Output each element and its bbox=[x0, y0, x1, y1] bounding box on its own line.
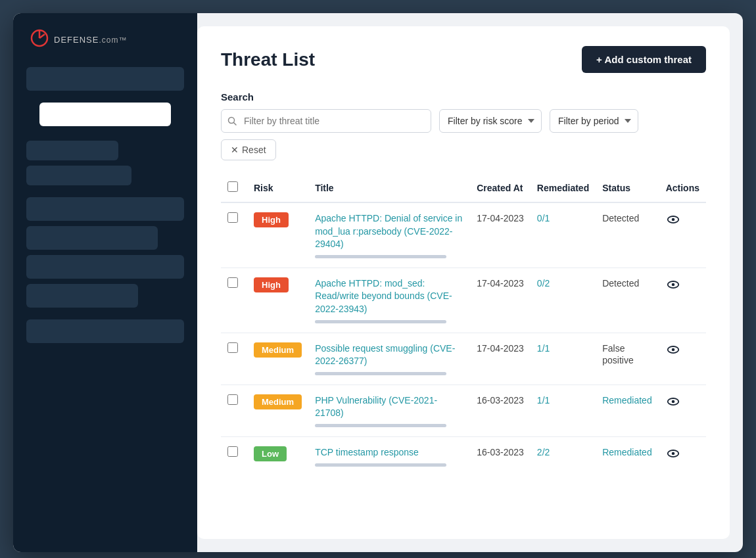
filter-risk-score-select[interactable]: Filter by risk score bbox=[439, 109, 542, 133]
logo-text: DEFENSE.com™ bbox=[54, 30, 127, 47]
view-button-1[interactable] bbox=[666, 277, 680, 292]
col-risk: Risk bbox=[247, 174, 308, 202]
search-filters: Filter by risk score Filter by period bbox=[221, 109, 706, 133]
view-button-0[interactable] bbox=[666, 212, 680, 227]
search-icon bbox=[227, 116, 237, 126]
search-input-wrap bbox=[221, 109, 431, 133]
add-custom-threat-button[interactable]: + Add custom threat bbox=[582, 46, 706, 73]
threat-bar-4 bbox=[315, 463, 446, 467]
row-date-0: 17-04-2023 bbox=[470, 202, 531, 267]
remediated-link-0[interactable]: 0/1 bbox=[537, 213, 550, 223]
row-checkbox-3[interactable] bbox=[227, 394, 238, 405]
table-body: High Apache HTTPD: Denial of service in … bbox=[221, 202, 706, 476]
row-actions-4 bbox=[659, 436, 706, 475]
row-title-4: TCP timestamp response bbox=[308, 436, 470, 475]
row-checkbox-2[interactable] bbox=[227, 342, 238, 353]
remediated-link-4[interactable]: 2/2 bbox=[537, 447, 550, 457]
sidebar-item-7[interactable] bbox=[26, 284, 138, 308]
view-button-4[interactable] bbox=[666, 446, 680, 461]
row-date-2: 17-04-2023 bbox=[470, 333, 531, 384]
row-remediated-4: 2/2 bbox=[531, 436, 596, 475]
main-content: Threat List + Add custom threat Search F… bbox=[197, 26, 730, 539]
table-header: Risk Title Created At Remediated Status … bbox=[221, 174, 706, 202]
date-text-2: 17-04-2023 bbox=[477, 343, 524, 354]
row-actions-3 bbox=[659, 384, 706, 436]
row-checkbox-cell bbox=[221, 202, 247, 267]
remediated-link-2[interactable]: 1/1 bbox=[537, 343, 550, 354]
eye-icon-1 bbox=[666, 277, 680, 292]
date-text-4: 16-03-2023 bbox=[477, 447, 524, 457]
sidebar-search-input[interactable] bbox=[39, 103, 171, 126]
table-row: Medium PHP Vulnerability (CVE-2021-21708… bbox=[221, 384, 706, 436]
row-actions-0 bbox=[659, 202, 706, 267]
select-all-checkbox[interactable] bbox=[227, 181, 238, 192]
sidebar-item-5[interactable] bbox=[26, 226, 158, 250]
row-remediated-0: 0/1 bbox=[531, 202, 596, 267]
sidebar-item-1[interactable] bbox=[26, 67, 184, 91]
table-row: High Apache HTTPD: mod_sed: Read/write b… bbox=[221, 267, 706, 333]
sidebar-navigation bbox=[13, 67, 197, 343]
row-actions-1 bbox=[659, 267, 706, 333]
row-checkbox-1[interactable] bbox=[227, 277, 238, 288]
risk-badge-0: High bbox=[254, 212, 289, 227]
risk-badge-3: Medium bbox=[254, 394, 302, 409]
row-risk-1: High bbox=[247, 267, 308, 333]
row-checkbox-0[interactable] bbox=[227, 212, 238, 223]
view-button-3[interactable] bbox=[666, 394, 680, 409]
threat-bar-0 bbox=[315, 255, 446, 258]
threat-title-link-1[interactable]: Apache HTTPD: mod_sed: Read/write beyond… bbox=[315, 277, 463, 316]
row-checkbox-4[interactable] bbox=[227, 446, 238, 457]
col-actions: Actions bbox=[659, 174, 706, 202]
row-status-3: Remediated bbox=[596, 384, 659, 436]
threat-title-link-2[interactable]: Possible request smuggling (CVE-2022-263… bbox=[315, 342, 463, 368]
search-label: Search bbox=[221, 91, 706, 103]
status-text-2: False positive bbox=[602, 343, 633, 365]
search-input[interactable] bbox=[221, 109, 431, 133]
view-button-2[interactable] bbox=[666, 342, 680, 357]
eye-icon-0 bbox=[666, 212, 680, 227]
status-text-4: Remediated bbox=[602, 447, 652, 457]
threat-title-link-3[interactable]: PHP Vulnerability (CVE-2021-21708) bbox=[315, 394, 463, 420]
row-title-0: Apache HTTPD: Denial of service in mod_l… bbox=[308, 202, 470, 267]
threat-bar-1 bbox=[315, 320, 446, 323]
threat-title-link-4[interactable]: TCP timestamp response bbox=[315, 446, 463, 459]
row-checkbox-cell bbox=[221, 384, 247, 436]
sidebar-item-6[interactable] bbox=[26, 255, 184, 279]
svg-point-10 bbox=[671, 348, 674, 351]
sidebar-item-8[interactable] bbox=[26, 319, 184, 343]
row-title-1: Apache HTTPD: mod_sed: Read/write beyond… bbox=[308, 267, 470, 333]
sidebar-item-4[interactable] bbox=[26, 197, 184, 221]
risk-badge-4: Low bbox=[254, 446, 287, 461]
risk-badge-2: Medium bbox=[254, 342, 302, 358]
col-created-at: Created At bbox=[470, 174, 531, 202]
sidebar-item-2[interactable] bbox=[26, 141, 118, 160]
threat-title-link-0[interactable]: Apache HTTPD: Denial of service in mod_l… bbox=[315, 212, 463, 251]
risk-badge-1: High bbox=[254, 277, 289, 292]
status-text-1: Detected bbox=[602, 278, 639, 289]
filter-period-select[interactable]: Filter by period bbox=[550, 109, 638, 133]
row-checkbox-cell bbox=[221, 267, 247, 333]
threat-bar-2 bbox=[315, 372, 446, 375]
eye-icon-2 bbox=[666, 342, 680, 357]
svg-point-12 bbox=[671, 400, 674, 403]
row-status-0: Detected bbox=[596, 202, 659, 267]
svg-point-6 bbox=[671, 218, 674, 221]
remediated-link-1[interactable]: 0/2 bbox=[537, 278, 550, 289]
svg-line-4 bbox=[234, 123, 237, 126]
page-header: Threat List + Add custom threat bbox=[221, 46, 706, 73]
status-text-0: Detected bbox=[602, 213, 639, 223]
row-risk-4: Low bbox=[247, 436, 308, 475]
row-risk-2: Medium bbox=[247, 333, 308, 384]
date-text-3: 16-03-2023 bbox=[477, 395, 524, 406]
row-remediated-1: 0/2 bbox=[531, 267, 596, 333]
threat-table: Risk Title Created At Remediated Status … bbox=[221, 174, 706, 476]
col-checkbox bbox=[221, 174, 247, 202]
row-remediated-3: 1/1 bbox=[531, 384, 596, 436]
sidebar-item-3[interactable] bbox=[26, 166, 131, 185]
remediated-link-3[interactable]: 1/1 bbox=[537, 395, 550, 406]
reset-button[interactable]: ✕ Reset bbox=[221, 139, 276, 160]
row-status-1: Detected bbox=[596, 267, 659, 333]
reset-label: Reset bbox=[242, 145, 266, 155]
sidebar: DEFENSE.com™ bbox=[13, 13, 197, 552]
row-checkbox-cell bbox=[221, 436, 247, 475]
